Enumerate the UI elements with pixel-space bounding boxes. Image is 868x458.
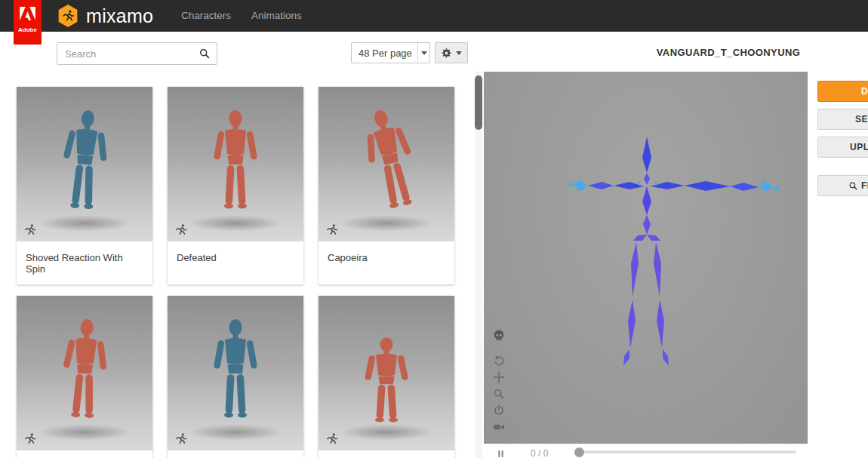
animation-card[interactable]: Capoeira [319,87,454,284]
nav-link-characters[interactable]: Characters [181,0,231,32]
timeline-track[interactable] [580,450,796,453]
adobe-mark-icon [20,7,35,20]
animation-cards-grid: Shoved Reaction With Spin Defeated Capoe… [17,87,454,458]
frame-counter: 0 / 0 [531,448,548,458]
animation-card-label: Old Man Idle [168,450,303,458]
animation-card[interactable]: Taunt [17,296,152,458]
upload-character-button[interactable]: UPLO [817,137,868,158]
viewport-toolbar [491,329,506,438]
character-figure [198,109,273,222]
zoom-icon[interactable] [493,388,505,400]
animation-type-icon [23,223,36,236]
gear-icon [441,48,452,59]
animation-type-icon [174,432,187,445]
animation-card[interactable]: Old Man Idle [168,296,303,458]
nav-link-animations[interactable]: Animations [251,0,302,32]
character-figure [342,100,441,228]
search-icon [848,181,858,191]
mixamo-logo[interactable]: mixamo [57,0,153,32]
reset-power-icon[interactable] [493,404,505,417]
mixamo-app: mixamo Characters Animations Adobe 48 Pe… [0,0,868,458]
animation-type-icon [23,432,36,445]
character-figure [349,337,424,434]
download-button[interactable]: D [817,81,868,102]
per-page-caret [417,43,429,63]
animation-card-label: Taunt [17,450,152,458]
search-icon [199,48,211,60]
timeline-handle[interactable] [574,447,584,457]
pan-move-icon[interactable] [493,371,505,383]
search-box [57,42,217,65]
character-figure [198,318,273,431]
per-page-select[interactable]: 48 Per page [351,42,430,63]
animation-card-label: Capoeira [319,241,454,273]
animation-card-label: Shoved Reaction With Spin [17,241,152,284]
orbit-rotate-icon[interactable] [493,355,505,367]
animation-card-label: Sitting Laughing [319,450,454,458]
search-input[interactable] [57,43,201,64]
adobe-label: Adobe [18,26,37,33]
adobe-logo[interactable]: Adobe [14,0,42,45]
library-scrollbar[interactable] [475,72,482,458]
pause-icon[interactable] [496,449,506,458]
top-navbar: mixamo Characters Animations [0,0,868,32]
3d-viewport[interactable] [484,72,808,445]
download-button-label: D [861,86,868,97]
per-page-value: 48 Per page [359,48,412,59]
animation-card[interactable]: Shoved Reaction With Spin [17,87,152,284]
animation-thumbnail [17,87,152,241]
animation-card[interactable]: Defeated [168,87,303,284]
find-button-label: FIN [861,180,868,191]
animation-thumbnail [168,87,303,241]
settings-button[interactable] [435,42,468,63]
brand-name: mixamo [86,5,153,27]
send-button[interactable]: SE [817,109,868,130]
character-title: VANGUARD_T_CHOONYUNG [589,47,868,58]
library-scrollbar-thumb[interactable] [475,75,482,130]
mixamo-hexagon-icon [57,4,79,28]
animation-thumbnail [17,296,152,450]
animation-type-icon [325,432,338,445]
send-button-label: SE [855,114,868,124]
camera-icon[interactable] [493,421,505,433]
animations-library-panel: 48 Per page Shoved Reaction With Spin [0,32,484,458]
playback-bar: 0 / 0 [484,444,808,458]
animation-card-label: Defeated [168,241,303,273]
upload-button-label: UPLO [850,142,868,152]
character-skull-icon[interactable] [492,329,506,343]
character-figure [44,315,125,432]
character-skeleton [484,72,808,445]
chevron-down-icon [456,51,462,55]
find-animations-button[interactable]: FIN [817,175,868,196]
animation-type-icon [325,223,338,236]
character-figure [43,106,126,225]
animation-thumbnail [319,87,454,241]
animation-card[interactable]: Sitting Laughing [319,296,454,458]
animation-thumbnail [168,296,303,450]
animation-type-icon [174,223,187,236]
animation-thumbnail [319,296,454,450]
viewer-actions: D SE UPLO FIN [817,81,868,203]
